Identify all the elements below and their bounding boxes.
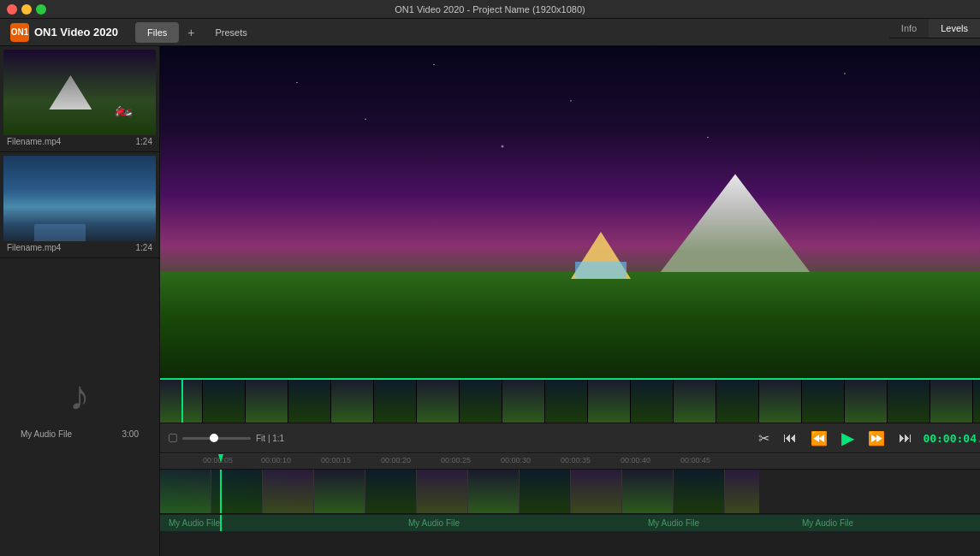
center-area: 🏍 // Generate film frames inline documen…	[160, 46, 980, 556]
ruler-mark-5: 00:00:25	[441, 456, 471, 464]
audio-track-1: My Audio File My Audio File My Audio Fil…	[160, 514, 980, 531]
film-frame-9	[545, 380, 588, 423]
film-frame-15	[802, 380, 845, 423]
maximize-dot[interactable]	[36, 4, 46, 15]
video-track-content	[160, 470, 759, 514]
media-thumb-1: 🏍️	[3, 50, 156, 135]
transport-center: ✂ ⏮ ⏪ ▶ ⏩ ⏭ 00:00:04.24	[755, 426, 980, 450]
audio-playhead	[220, 515, 222, 531]
audio-info: My Audio File 3:00	[17, 426, 142, 442]
zoom-slider[interactable]	[182, 437, 251, 440]
audio-label-2: My Audio File	[408, 518, 460, 528]
film-frame-1	[203, 380, 246, 423]
film-frame-8	[502, 380, 545, 423]
transport-bar: Fit | 1:1 ✂ ⏮ ⏪ ▶ ⏩ ⏭ 00:00:04.24 ▶ YouT…	[160, 423, 980, 453]
skip-back-button[interactable]: ⏮	[780, 429, 800, 447]
film-frame-11	[631, 380, 674, 423]
timecode-display: 00:00:04.24	[923, 432, 980, 445]
ruler-mark-9: 00:00:45	[680, 456, 710, 464]
scissors-button[interactable]: ✂	[755, 429, 773, 448]
tab-presets[interactable]: Presets	[203, 22, 258, 43]
titlebar: ON1 Video 2020 - Project Name (1920x1080…	[0, 0, 980, 19]
audio-item[interactable]: ♪ My Audio File 3:00	[0, 258, 159, 556]
media-item-2[interactable]: Filename.mp4 1:24	[0, 152, 159, 258]
add-files-button[interactable]: +	[181, 22, 201, 43]
film-frame-7	[460, 380, 502, 423]
film-frame-12	[674, 380, 716, 423]
media-info-2: Filename.mp4 1:24	[3, 241, 156, 254]
film-frame-13	[716, 380, 759, 423]
timeline-area: 00:00:05 00:00:10 00:00:15 00:00:20 00:0…	[160, 453, 980, 556]
minimize-dot[interactable]	[21, 4, 32, 15]
ruler-mark-8: 00:00:40	[621, 456, 650, 464]
media-name-2: Filename.mp4	[7, 243, 61, 252]
logo-icon: ON1	[10, 23, 29, 42]
film-frame-10	[588, 380, 631, 423]
filmstrip: // Generate film frames inline document.…	[160, 378, 980, 423]
window-title: ON1 Video 2020 - Project Name (1920x1080…	[395, 4, 585, 15]
header-tabs: Files + Presets	[135, 22, 259, 43]
audio-duration: 3:00	[122, 429, 139, 439]
rewind-button[interactable]: ⏪	[807, 429, 831, 448]
transport-left: Fit | 1:1	[169, 434, 284, 443]
video-preview[interactable]: 🏍	[160, 46, 980, 378]
ruler-mark-1: 00:00:05	[203, 456, 233, 464]
tab-files[interactable]: Files	[135, 22, 179, 43]
play-button[interactable]: ▶	[838, 426, 858, 450]
app-logo: ON1 ON1 Video 2020	[0, 23, 128, 42]
window-controls[interactable]	[7, 4, 46, 15]
tab-info[interactable]: Info	[889, 19, 929, 38]
close-dot[interactable]	[7, 4, 17, 15]
audio-name: My Audio File	[21, 429, 72, 439]
audio-label-1: My Audio File	[169, 518, 220, 528]
media-thumb-2	[3, 156, 156, 241]
tab-levels[interactable]: Levels	[929, 19, 980, 38]
media-info-1: Filename.mp4 1:24	[3, 135, 156, 148]
playhead-line	[220, 470, 222, 513]
music-icon: ♪	[69, 372, 90, 419]
zoom-start-marker	[169, 434, 177, 442]
skip-forward-button[interactable]: ⏭	[895, 429, 916, 447]
film-frame-4	[331, 380, 374, 423]
film-frame-14	[759, 380, 802, 423]
timeline-ruler: 00:00:05 00:00:10 00:00:15 00:00:20 00:0…	[160, 454, 980, 470]
ruler-mark-6: 00:00:30	[501, 456, 531, 464]
film-frame-6	[417, 380, 460, 423]
ruler-mark-3: 00:00:15	[321, 456, 351, 464]
ruler-mark-2: 00:00:10	[261, 456, 291, 464]
media-duration-2: 1:24	[136, 243, 152, 252]
video-track	[160, 470, 980, 514]
media-item-1[interactable]: 🏍️ Filename.mp4 1:24	[0, 46, 159, 152]
zoom-label: Fit | 1:1	[256, 434, 284, 443]
media-duration-1: 1:24	[136, 137, 152, 146]
audio-label-3: My Audio File	[648, 518, 699, 528]
app-header: ON1 ON1 Video 2020 Files + Presets Info …	[0, 19, 980, 46]
main-layout: 🏍️ Filename.mp4 1:24 Filename.mp4 1:24 ♪	[0, 46, 980, 556]
film-frame-2	[246, 380, 288, 423]
fast-forward-button[interactable]: ⏩	[864, 429, 888, 448]
ruler-mark-4: 00:00:20	[381, 456, 411, 464]
audio-label-4: My Audio File	[802, 518, 853, 528]
filmstrip-playhead	[181, 380, 183, 423]
top-right-tabs: Info Levels	[889, 19, 980, 38]
app-name: ON1 Video 2020	[34, 26, 118, 38]
left-panel: 🏍️ Filename.mp4 1:24 Filename.mp4 1:24 ♪	[0, 46, 160, 556]
film-frame-3	[288, 380, 331, 423]
ruler-mark-7: 00:00:35	[561, 456, 591, 464]
film-frame-5	[374, 380, 417, 423]
media-name-1: Filename.mp4	[7, 137, 61, 146]
